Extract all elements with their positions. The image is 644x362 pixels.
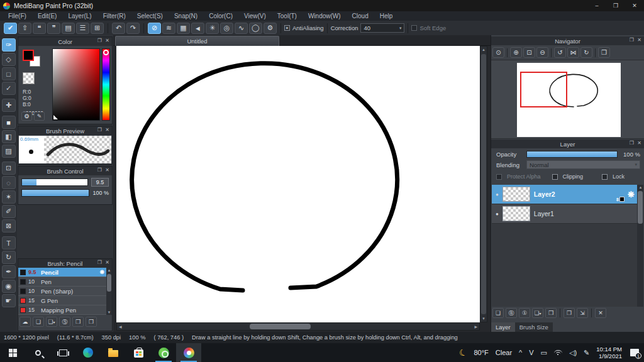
form-button[interactable]: ☰ bbox=[76, 23, 89, 34]
polyline-tool[interactable]: ✓ bbox=[2, 82, 16, 95]
fit-to-window-button[interactable]: ⊡ bbox=[523, 47, 535, 58]
menu-color[interactable]: Color(C) bbox=[203, 11, 238, 21]
brush-size-slider[interactable] bbox=[21, 178, 88, 186]
new-8bit-layer-button[interactable]: ⓐ bbox=[506, 308, 517, 318]
duplicate-brush-button[interactable]: ❐ bbox=[86, 317, 97, 327]
new-brush-button[interactable]: ❏ bbox=[33, 317, 44, 327]
rotate-right-button[interactable]: ↻ bbox=[580, 47, 592, 58]
memo-button[interactable]: ❞ bbox=[47, 23, 60, 34]
duplicate-layer-button[interactable]: ❐ bbox=[564, 308, 575, 318]
brush-size-value[interactable]: 9.5 bbox=[91, 178, 109, 187]
new-1bit-layer-button[interactable]: ① bbox=[519, 308, 530, 318]
merge-layer-button[interactable]: ⇲ bbox=[577, 308, 588, 318]
palette-edit-button[interactable]: ✎ bbox=[34, 112, 45, 121]
navigator-viewport-rect[interactable] bbox=[520, 72, 567, 107]
file-explorer-app[interactable] bbox=[101, 343, 126, 362]
close-icon[interactable]: ✕ bbox=[105, 260, 109, 265]
save-button[interactable]: ✔ bbox=[4, 23, 17, 34]
snap-settings-button[interactable]: ⚙ bbox=[264, 23, 277, 34]
layer-row[interactable]: ● Layer2 8 ❋ bbox=[492, 185, 643, 204]
layer-folder-button[interactable]: ❒ bbox=[545, 308, 557, 318]
select-eraser-tool[interactable]: ⊠ bbox=[2, 219, 16, 233]
foreground-color-swatch[interactable] bbox=[23, 50, 34, 61]
edge-app[interactable] bbox=[75, 343, 101, 362]
soft-edge-checkbox[interactable] bbox=[411, 25, 417, 31]
text-tool[interactable]: T bbox=[2, 236, 16, 250]
popout-icon[interactable]: ❐ bbox=[97, 38, 102, 43]
medibang-paint-app[interactable] bbox=[176, 343, 201, 362]
wifi-icon[interactable] bbox=[554, 350, 562, 356]
restore-button[interactable]: ❐ bbox=[606, 0, 625, 11]
scroll-left-icon[interactable]: ◀ bbox=[119, 323, 122, 330]
transparent-color-swatch[interactable] bbox=[23, 72, 35, 84]
snap-ellipse-button[interactable]: ◯ bbox=[249, 23, 262, 34]
snap-off-button[interactable]: ⊘ bbox=[148, 23, 161, 34]
select-rect-tool[interactable]: ⊡ bbox=[2, 162, 16, 175]
scroll-down-icon[interactable]: ▼ bbox=[107, 310, 111, 314]
layer-visibility-icon[interactable]: ● bbox=[496, 211, 499, 217]
store-app[interactable] bbox=[126, 343, 151, 362]
close-icon[interactable]: ✕ bbox=[637, 37, 641, 43]
rotate-reset-button[interactable]: ⋈ bbox=[567, 47, 579, 58]
menu-layer[interactable]: Layer(L) bbox=[62, 11, 97, 21]
popout-icon[interactable]: ❐ bbox=[630, 37, 634, 43]
add-brush-dropdown-button[interactable]: ❏▾ bbox=[46, 317, 57, 327]
hue-slider[interactable] bbox=[102, 48, 110, 121]
magic-wand-tool[interactable]: ✶ bbox=[2, 190, 16, 204]
bucket-tool[interactable]: ◧ bbox=[2, 130, 16, 143]
shape-brush-tool[interactable]: □ bbox=[2, 67, 16, 80]
scroll-right-icon[interactable]: ▶ bbox=[474, 323, 477, 330]
weather-temp[interactable]: 80°F bbox=[474, 349, 488, 356]
navigator-view[interactable] bbox=[491, 60, 644, 139]
brush-folder-button[interactable]: ❒ bbox=[72, 317, 84, 327]
minimize-button[interactable]: – bbox=[587, 0, 606, 11]
layer-visibility-icon[interactable]: ● bbox=[496, 192, 499, 197]
action-center-icon[interactable]: 1 bbox=[630, 349, 639, 356]
eyedropper-tool[interactable]: ◉ bbox=[2, 280, 16, 293]
tab-brush-size[interactable]: Brush Size bbox=[515, 322, 553, 332]
close-icon[interactable]: ✕ bbox=[637, 140, 641, 146]
delete-layer-button[interactable]: ✕ bbox=[595, 308, 606, 318]
select-pen-tool[interactable]: ✐ bbox=[2, 205, 16, 218]
menu-tool[interactable]: Tool(T) bbox=[272, 11, 303, 21]
menu-file[interactable]: File(F) bbox=[3, 11, 32, 21]
layer-row[interactable]: ● Layer1 bbox=[492, 204, 643, 224]
snap-vanishing-button[interactable]: ◄ bbox=[191, 23, 204, 34]
search-button[interactable] bbox=[25, 343, 50, 362]
lock-checkbox[interactable] bbox=[602, 174, 608, 180]
lasso-tool[interactable]: ◌ bbox=[2, 176, 16, 189]
blending-dropdown[interactable]: Normal ▾ bbox=[526, 160, 640, 169]
antialiasing-checkbox[interactable]: ✕ bbox=[284, 25, 290, 31]
menu-snap[interactable]: Snap(N) bbox=[169, 11, 203, 21]
saturation-value-picker[interactable] bbox=[52, 48, 100, 121]
menu-help[interactable]: Help bbox=[374, 11, 399, 21]
publish-button[interactable]: ⇧ bbox=[18, 23, 31, 34]
medibang-launcher-app[interactable] bbox=[151, 343, 176, 362]
scroll-up-icon[interactable]: ▲ bbox=[480, 48, 487, 52]
correction-dropdown[interactable]: 40 ▾ bbox=[360, 23, 404, 33]
brush-opacity-slider[interactable] bbox=[21, 189, 89, 197]
rotate-view-tool[interactable]: ↻ bbox=[2, 251, 16, 264]
new-layer-button[interactable]: ❏ bbox=[492, 308, 504, 318]
snap-concentric-button[interactable]: ◎ bbox=[220, 23, 233, 34]
drawing-canvas[interactable] bbox=[116, 46, 480, 322]
comment-button[interactable]: ❝ bbox=[33, 23, 46, 34]
popout-icon[interactable]: ❐ bbox=[97, 260, 102, 265]
scroll-down-icon[interactable]: ▼ bbox=[480, 317, 487, 321]
close-icon[interactable]: ✕ bbox=[105, 38, 109, 43]
fill-rect-tool[interactable]: ■ bbox=[2, 116, 16, 129]
tablet-tray-icon[interactable]: ▭ bbox=[541, 349, 547, 357]
brush-list-item[interactable]: 9.5 Pencil ❋ bbox=[18, 268, 112, 277]
zoom-out-button[interactable]: ⊖ bbox=[536, 47, 548, 58]
zoom-reset-button[interactable]: ⊙ bbox=[492, 47, 504, 58]
menu-window[interactable]: Window(W) bbox=[303, 11, 347, 21]
tray-chevron-up-icon[interactable]: ^ bbox=[519, 349, 522, 356]
eraser-tool[interactable]: ◇ bbox=[2, 53, 16, 66]
windows-ink-icon[interactable]: ✎ bbox=[584, 349, 589, 357]
start-button[interactable] bbox=[0, 343, 25, 362]
brush-settings-icon[interactable]: ❋ bbox=[99, 269, 104, 275]
script-brush-button[interactable]: Ⓢ bbox=[59, 317, 70, 327]
layer-list-scrollbar[interactable]: ▲ bbox=[637, 185, 643, 307]
snap-curve-button[interactable]: ∿ bbox=[235, 23, 248, 34]
brush-list-item[interactable]: 10 Pen (Sharp) bbox=[18, 287, 112, 296]
